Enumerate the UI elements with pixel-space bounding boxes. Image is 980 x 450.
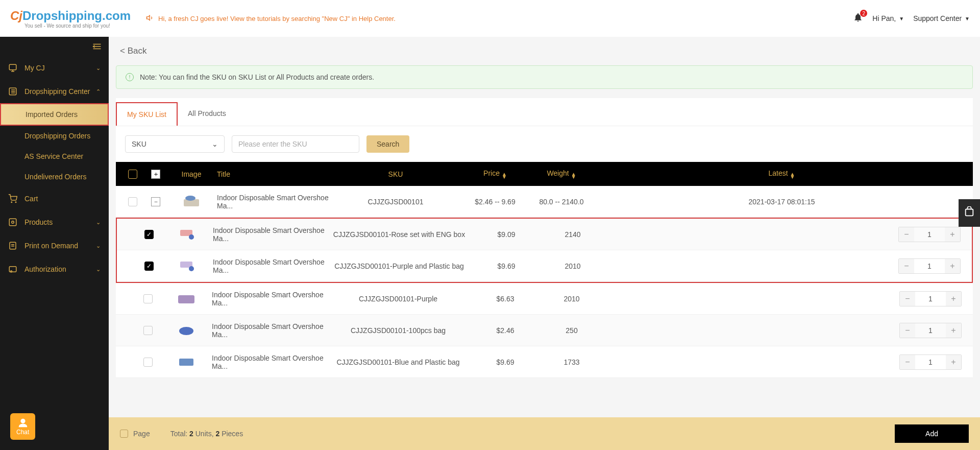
qty-value: 1: [914, 230, 945, 239]
qty-minus[interactable]: −: [899, 259, 914, 273]
svg-rect-26: [179, 359, 193, 366]
sidebar-item-products[interactable]: Products ⌄: [0, 210, 109, 234]
auth-icon: [8, 265, 17, 274]
quantity-stepper[interactable]: −1+: [899, 291, 962, 306]
chat-button[interactable]: Chat: [10, 413, 35, 440]
sidebar-item-label: Imported Orders: [26, 110, 78, 119]
sidebar-item-undelivered-orders[interactable]: Undelivered Orders: [0, 167, 109, 187]
col-latest[interactable]: Latest▲▼: [595, 169, 969, 179]
sidebar-item-label: Undelivered Orders: [24, 173, 86, 181]
support-label: Support Center: [913, 14, 962, 22]
quantity-stepper[interactable]: −1+: [898, 258, 961, 274]
cart-icon: [8, 194, 17, 203]
sidebar-item-label: AS Service Center: [24, 152, 83, 160]
svg-point-17: [20, 419, 25, 423]
product-price: $9.09: [473, 230, 540, 239]
sidebar-item-as-service-center[interactable]: AS Service Center: [0, 146, 109, 167]
collapse-button[interactable]: －: [151, 197, 160, 206]
sidebar-item-my-cj[interactable]: My CJ ⌄: [0, 56, 109, 80]
qty-minus[interactable]: −: [899, 227, 914, 242]
sidebar-item-print-on-demand[interactable]: Print on Demand ⌄: [0, 234, 109, 257]
svg-point-9: [15, 202, 16, 203]
logo-tagline: You sell - We source and ship for you!: [24, 23, 131, 29]
col-sku: SKU: [329, 170, 462, 178]
units-label: Units,: [195, 430, 214, 438]
product-title: Indoor Disposable Smart Overshoe Ma...: [212, 354, 324, 370]
product-image: [176, 322, 197, 337]
chevron-down-icon: ⌄: [212, 140, 218, 148]
expand-all-button[interactable]: ＋: [151, 170, 160, 179]
row-checkbox[interactable]: [143, 294, 153, 303]
product-sku: CJJZGJSD00101-Blue and Plastic bag: [324, 358, 472, 366]
qty-plus[interactable]: +: [945, 259, 960, 273]
sort-icon: ▲▼: [790, 173, 795, 179]
sidebar-item-cart[interactable]: Cart: [0, 187, 109, 210]
pieces-count: 2: [215, 430, 219, 438]
pieces-label: Pieces: [222, 430, 243, 438]
qty-plus[interactable]: +: [946, 355, 961, 369]
back-button[interactable]: < Back: [109, 37, 980, 65]
sidebar-item-dropshipping-orders[interactable]: Dropshipping Orders: [0, 126, 109, 146]
sku-input[interactable]: [232, 135, 359, 153]
sort-icon: ▲▼: [571, 173, 576, 179]
page-label: Page: [133, 430, 150, 438]
qty-minus[interactable]: −: [900, 323, 915, 338]
row-checkbox[interactable]: [143, 358, 153, 367]
product-weight: 80.0 -- 2140.0: [528, 198, 595, 206]
col-price[interactable]: Price▲▼: [462, 169, 528, 179]
sidebar-item-dropshipping-center[interactable]: Dropshipping Center ⌃: [0, 80, 109, 103]
product-sku: CJJZGJSD00101-Purple and Plastic bag: [325, 262, 473, 270]
note-text: Note: You can find the SKU on SKU List o…: [140, 73, 374, 81]
chevron-down-icon: ⌄: [96, 243, 101, 249]
qty-value: 1: [915, 295, 946, 303]
filter-select[interactable]: SKU ⌄: [125, 135, 225, 153]
product-sku: CJJZGJSD00101-Rose set with ENG box: [325, 230, 473, 239]
svg-point-23: [189, 266, 194, 271]
product-weight: 2140: [540, 230, 606, 239]
logo[interactable]: CjDropshipping.com You sell - We source …: [10, 9, 131, 29]
tab-my-sku-list[interactable]: My SKU List: [116, 102, 178, 126]
search-button[interactable]: Search: [366, 135, 409, 153]
product-price: $2.46 -- 9.69: [462, 198, 528, 206]
qty-plus[interactable]: +: [946, 292, 961, 306]
row-checkbox[interactable]: [128, 197, 137, 206]
product-title: Indoor Disposable Smart Overshoe Ma...: [213, 258, 325, 274]
qty-plus[interactable]: +: [946, 323, 961, 338]
qty-minus[interactable]: −: [900, 355, 915, 369]
table-row: Indoor Disposable Smart Overshoe Ma... C…: [117, 250, 972, 282]
svg-rect-24: [178, 295, 194, 303]
sidebar-item-label: My CJ: [24, 64, 45, 72]
dashboard-icon: [8, 63, 17, 73]
panel: My SKU List All Products SKU ⌄ Search ＋ …: [116, 98, 973, 378]
selected-rows-highlight: Indoor Disposable Smart Overshoe Ma... C…: [116, 218, 973, 283]
support-dropdown[interactable]: Support Center▼: [913, 14, 970, 22]
product-weight: 1733: [538, 358, 605, 366]
col-image: Image: [166, 170, 217, 178]
sidebar-item-imported-orders[interactable]: Imported Orders: [0, 103, 109, 126]
qty-minus[interactable]: −: [900, 292, 915, 306]
quantity-stepper[interactable]: −1+: [899, 323, 962, 338]
select-all-checkbox[interactable]: [128, 170, 137, 179]
svg-point-19: [185, 196, 195, 201]
quantity-stepper[interactable]: −1+: [898, 227, 961, 242]
sidebar-collapse-button[interactable]: [0, 37, 109, 56]
row-checkbox[interactable]: [144, 230, 154, 239]
tab-all-products[interactable]: All Products: [178, 102, 236, 126]
add-button[interactable]: Add: [895, 424, 969, 443]
sidebar-item-authorization[interactable]: Authorization ⌄: [0, 257, 109, 281]
qty-plus[interactable]: +: [945, 227, 960, 242]
sort-icon: ▲▼: [502, 173, 507, 179]
box-icon: [8, 218, 17, 227]
quantity-stepper[interactable]: −1+: [899, 354, 962, 370]
side-cart-button[interactable]: [959, 199, 980, 227]
col-weight[interactable]: Weight▲▼: [528, 169, 595, 179]
chevron-down-icon: ⌄: [96, 65, 101, 72]
chevron-down-icon: ⌄: [96, 266, 101, 273]
row-checkbox[interactable]: [143, 326, 153, 335]
notifications-icon[interactable]: 2: [853, 12, 863, 25]
svg-point-8: [11, 202, 12, 203]
row-checkbox[interactable]: [144, 262, 154, 271]
page-checkbox[interactable]: [120, 430, 128, 438]
user-dropdown[interactable]: Hi Pan,▼: [872, 14, 904, 22]
product-sku: CJJZGJSD00101-100pcs bag: [324, 326, 472, 335]
